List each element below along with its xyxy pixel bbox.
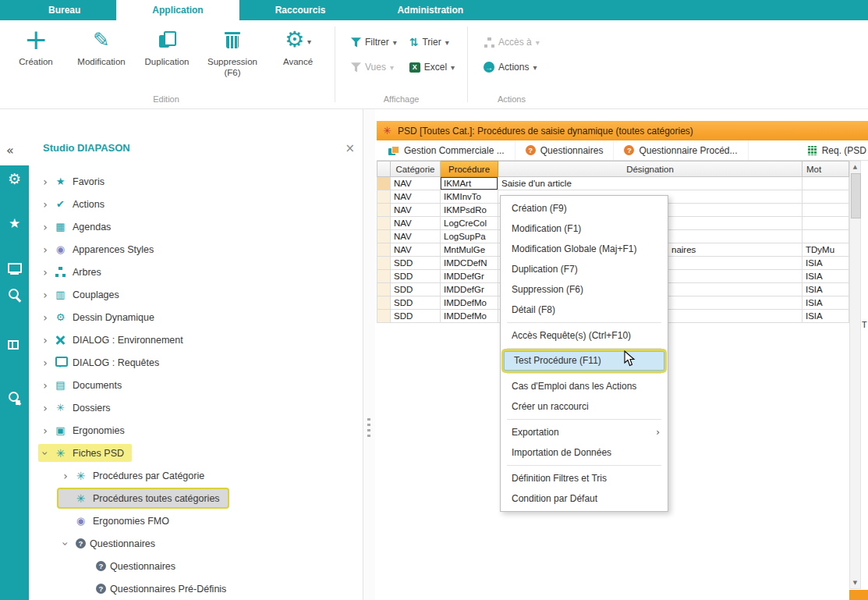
cell-categorie[interactable]: NAV	[391, 177, 441, 190]
cell-categorie[interactable]: SDD	[391, 283, 441, 296]
row-selector[interactable]	[377, 310, 391, 323]
cell-categorie[interactable]: SDD	[391, 270, 441, 283]
cell-procedure[interactable]: IKMInvTo	[441, 190, 498, 204]
chevron-right-icon[interactable]	[38, 199, 52, 210]
tree-item-questionnaires-pre-definis[interactable]: Questionnaires Pré-Définis	[29, 577, 362, 600]
menu-item-definition-filtres[interactable]: Définition Filtres et Tris	[502, 468, 666, 488]
tree-item-actions[interactable]: Actions	[29, 193, 362, 215]
tree-item-arbres[interactable]: Arbres	[29, 261, 362, 283]
menu-item-modification-globale[interactable]: Modification Globale (Maj+F1)	[502, 239, 666, 259]
avance-button[interactable]: Avancé	[265, 23, 331, 94]
acces-a-button[interactable]: Accès à	[480, 33, 544, 51]
chevron-right-icon[interactable]	[38, 312, 52, 323]
cell-mot[interactable]	[802, 177, 849, 190]
tree-item-questionnaires[interactable]: Questionnaires	[29, 532, 362, 555]
menu-item-test-procedure[interactable]: Test Procédure (F11)	[504, 351, 664, 371]
cell-procedure[interactable]: IMDDefMo	[441, 310, 498, 323]
favorites-icon[interactable]	[0, 215, 29, 231]
menu-item-detail[interactable]: Détail (F8)	[502, 300, 666, 320]
chevron-right-icon[interactable]	[38, 289, 52, 300]
menu-item-modification[interactable]: Modification (F1)	[502, 218, 666, 239]
column-header-designation[interactable]: Désignation	[498, 161, 802, 177]
filtrer-button[interactable]: Filtrer	[347, 33, 401, 51]
tree-item-ergonomies-fmo[interactable]: Ergonomies FMO	[29, 509, 362, 532]
scroll-down-icon[interactable]	[850, 577, 860, 588]
tree-item-agendas[interactable]: Agendas	[29, 215, 362, 238]
column-header-categorie[interactable]: Catégorie	[391, 161, 441, 177]
monitor-icon[interactable]	[0, 262, 29, 278]
cell-mot[interactable]: ISIA	[802, 283, 849, 296]
close-icon[interactable]	[345, 142, 355, 154]
trier-button[interactable]: Trier	[406, 33, 453, 51]
chevron-right-icon[interactable]	[38, 357, 52, 368]
tree-item-ergonomies[interactable]: Ergonomies	[29, 419, 362, 442]
tab-gestion-commerciale[interactable]: Gestion Commerciale ...	[378, 140, 515, 160]
cell-categorie[interactable]: NAV	[391, 230, 441, 243]
tree-item-documents[interactable]: Documents	[29, 374, 362, 396]
creation-button[interactable]: Création	[3, 23, 69, 94]
tab-req-psd[interactable]: Req. (PSD	[797, 140, 868, 160]
cell-categorie[interactable]: SDD	[391, 296, 441, 310]
tree-item-questionnaires-2[interactable]: Questionnaires	[29, 555, 362, 577]
vues-button[interactable]: Vues	[347, 58, 398, 76]
settings-icon[interactable]	[0, 170, 29, 187]
panel-splitter[interactable]	[363, 109, 375, 600]
scrollbar-thumb[interactable]	[851, 173, 861, 218]
menu-item-duplication[interactable]: Duplication (F7)	[502, 259, 666, 279]
cell-categorie[interactable]: NAV	[391, 217, 441, 230]
duplication-button[interactable]: Duplication	[134, 23, 200, 94]
row-selector[interactable]	[377, 190, 391, 204]
menu-item-importation[interactable]: Importation de Données	[502, 442, 666, 463]
menu-item-cas-demploi[interactable]: Cas d'Emploi dans les Actions	[502, 376, 666, 396]
cell-mot[interactable]	[802, 217, 849, 230]
tree-item-dossiers[interactable]: Dossiers	[29, 396, 362, 419]
tab-questionnaires[interactable]: Questionnaires	[515, 140, 615, 160]
column-header-procedure[interactable]: Procédure	[441, 161, 498, 177]
scroll-up-icon[interactable]	[850, 162, 860, 172]
cell-designation[interactable]: Saisie d'un article	[498, 177, 802, 190]
chevron-right-icon[interactable]	[38, 380, 52, 391]
chevron-right-icon[interactable]	[38, 176, 52, 187]
tree-item-dialog-environnement[interactable]: DIALOG : Environnement	[29, 328, 362, 351]
chevron-down-icon[interactable]	[38, 448, 52, 459]
cell-procedure[interactable]: IMDDefGr	[441, 283, 498, 296]
tree-item-apparences-styles[interactable]: Apparences Styles	[29, 238, 362, 261]
cell-mot[interactable]	[802, 204, 849, 217]
chevron-right-icon[interactable]	[38, 425, 52, 436]
tree-item-dialog-requetes[interactable]: DIALOG : Requêtes	[29, 351, 362, 374]
tree-item-favoris[interactable]: Favoris	[29, 170, 362, 193]
cell-mot[interactable]	[802, 230, 849, 243]
table-row[interactable]: NAV IKMArt Saisie d'un article	[377, 177, 849, 190]
row-selector[interactable]	[377, 230, 391, 243]
chevron-down-icon[interactable]	[58, 538, 73, 549]
tree-item-couplages[interactable]: Couplages	[29, 283, 362, 306]
row-selector[interactable]	[377, 177, 391, 190]
row-selector[interactable]	[377, 270, 391, 283]
cell-categorie[interactable]: NAV	[391, 190, 441, 204]
menu-item-acces-requetes[interactable]: Accès Requête(s) (Ctrl+F10)	[502, 325, 666, 346]
tab-application[interactable]: Application	[116, 0, 239, 20]
tree-item-procedures-par-categorie[interactable]: Procédures par Catégorie	[29, 464, 362, 487]
tab-questionnaire-proced[interactable]: Questionnaire Procéd...	[614, 140, 748, 160]
suppression-button[interactable]: Suppression (F6)	[200, 23, 265, 94]
panels-icon[interactable]	[0, 339, 29, 354]
menu-item-suppression[interactable]: Suppression (F6)	[502, 279, 666, 300]
cell-mot[interactable]: ISIA	[802, 257, 849, 270]
cell-categorie[interactable]: SDD	[391, 310, 441, 323]
row-selector[interactable]	[377, 204, 391, 217]
menu-item-creation[interactable]: Création (F9)	[502, 198, 666, 218]
tree-item-dessin-dynamique[interactable]: Dessin Dynamique	[29, 306, 362, 328]
collapse-sidebar-button[interactable]	[6, 144, 14, 158]
row-selector[interactable]	[377, 217, 391, 230]
menu-item-exportation[interactable]: Exportation	[502, 422, 666, 442]
cell-mot[interactable]: ISIA	[802, 296, 849, 310]
column-header-mot[interactable]: Mot	[802, 161, 849, 177]
cell-procedure[interactable]: IMDCDefN	[441, 257, 498, 270]
cell-procedure[interactable]: IMDDefGr	[441, 270, 498, 283]
chevron-right-icon[interactable]	[38, 222, 52, 233]
menu-item-creer-raccourci[interactable]: Créer un raccourci	[502, 396, 666, 417]
search-plus-icon[interactable]	[0, 390, 29, 407]
tab-bureau[interactable]: Bureau	[12, 0, 116, 20]
side-tab[interactable]: T	[862, 320, 867, 329]
row-selector[interactable]	[377, 296, 391, 310]
